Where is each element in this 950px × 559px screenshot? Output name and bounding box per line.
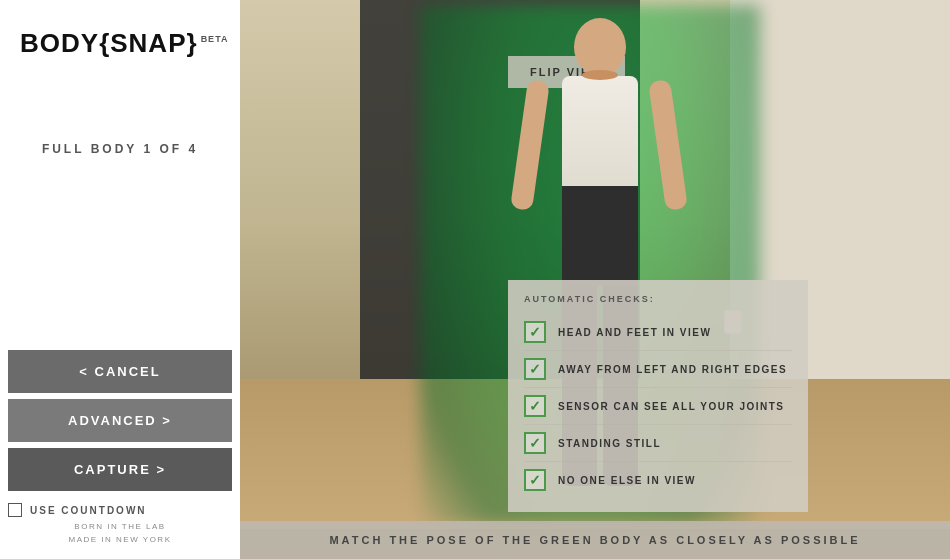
cancel-button[interactable]: < CANCEL — [8, 350, 232, 393]
countdown-row: USE COUNTDOWN — [0, 499, 240, 521]
check-label-head-feet: HEAD AND FEET IN VIEW — [558, 327, 711, 338]
bottom-instruction-text: MATCH THE POSE OF THE GREEN BODY AS CLOS… — [329, 534, 860, 546]
bottom-instruction-bar: MATCH THE POSE OF THE GREEN BODY AS CLOS… — [240, 521, 950, 559]
check-item-head-feet: ✓ HEAD AND FEET IN VIEW — [524, 314, 792, 351]
check-box-standing: ✓ — [524, 432, 546, 454]
check-box-head-feet: ✓ — [524, 321, 546, 343]
countdown-label: USE COUNTDOWN — [30, 505, 147, 516]
check-mark-no-one: ✓ — [529, 472, 541, 488]
check-label-edges: AWAY FROM LEFT AND RIGHT EDGES — [558, 364, 787, 375]
advanced-button[interactable]: ADVANCED > — [8, 399, 232, 442]
beta-badge: BETA — [201, 34, 229, 44]
checks-panel: AUTOMATIC CHECKS: ✓ HEAD AND FEET IN VIE… — [508, 280, 808, 512]
logo: BODY{SNAP}BETA — [20, 28, 228, 59]
logo-snap: SNAP — [110, 28, 186, 58]
check-label-no-one: NO ONE ELSE IN VIEW — [558, 475, 696, 486]
check-box-no-one: ✓ — [524, 469, 546, 491]
footer-text: BORN IN THE LAB MADE IN NEW YORK — [69, 521, 172, 547]
countdown-checkbox[interactable] — [8, 503, 22, 517]
camera-area: FLIP VIEW AUTOMATIC CHECKS: ✓ HEAD AND F… — [240, 0, 950, 559]
checks-title: AUTOMATIC CHECKS: — [524, 294, 792, 304]
check-item-no-one: ✓ NO ONE ELSE IN VIEW — [524, 462, 792, 498]
logo-brace-close: } — [187, 28, 198, 58]
check-item-joints: ✓ SENSOR CAN SEE ALL YOUR JOINTS — [524, 388, 792, 425]
check-box-joints: ✓ — [524, 395, 546, 417]
capture-button[interactable]: CAPTURE > — [8, 448, 232, 491]
person-head — [574, 18, 626, 76]
left-panel: BODY{SNAP}BETA FULL BODY 1 OF 4 < CANCEL… — [0, 0, 240, 559]
check-mark-standing: ✓ — [529, 435, 541, 451]
check-item-edges: ✓ AWAY FROM LEFT AND RIGHT EDGES — [524, 351, 792, 388]
check-mark-edges: ✓ — [529, 361, 541, 377]
logo-area: BODY{SNAP}BETA — [0, 0, 240, 59]
person-torso-top — [562, 76, 638, 186]
check-box-edges: ✓ — [524, 358, 546, 380]
check-mark-head-feet: ✓ — [529, 324, 541, 340]
person-neck — [582, 70, 618, 80]
check-item-standing: ✓ STANDING STILL — [524, 425, 792, 462]
pose-label: FULL BODY 1 OF 4 — [42, 139, 198, 157]
buttons-area: < CANCEL ADVANCED > CAPTURE > — [0, 350, 240, 491]
logo-brace-open: { — [99, 28, 110, 58]
check-label-standing: STANDING STILL — [558, 438, 661, 449]
check-label-joints: SENSOR CAN SEE ALL YOUR JOINTS — [558, 401, 785, 412]
person-torso-bottom — [562, 186, 638, 286]
logo-text: BODY{SNAP}BETA — [20, 28, 228, 58]
check-mark-joints: ✓ — [529, 398, 541, 414]
logo-body: BODY — [20, 28, 99, 58]
